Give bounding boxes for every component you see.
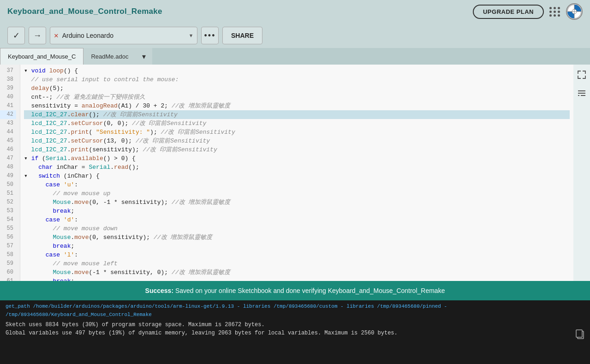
ellipsis-icon: •••: [204, 31, 216, 41]
code-line-37: ▾ void loop() {: [24, 66, 570, 75]
tab-dropdown-button[interactable]: ▾: [136, 48, 152, 65]
code-line-53: break;: [24, 207, 570, 215]
code-line-43: lcd_I2C_27.setCursor(0, 0); //改 印當前Sensi…: [24, 119, 570, 128]
upload-button[interactable]: →: [29, 27, 46, 44]
header: Keyboard_and_Mouse_Control_Remake UPGRAD…: [0, 0, 590, 23]
line-number-47: 47: [0, 154, 16, 163]
line-number-59: 59: [0, 259, 16, 268]
line-number-58: 58: [0, 251, 16, 259]
code-line-46: lcd_I2C_27.print(sensitivity); //改 印當前Se…: [24, 145, 570, 154]
board-chevron-icon: ▾: [189, 31, 193, 40]
line-number-38: 38: [0, 75, 16, 84]
line-number-37: 37: [0, 66, 16, 75]
code-line-38: // use serial input to control the mouse…: [24, 75, 570, 84]
check-icon: ✓: [13, 30, 20, 41]
code-line-59: // move mouse left: [24, 259, 570, 268]
success-message: Saved on your online Sketchbook and done…: [173, 287, 445, 294]
line-numbers: 37 38 39 40 41 42 43 44 45 46 47 48 49 5…: [0, 65, 20, 281]
expand-icon[interactable]: [575, 68, 588, 81]
line-number-61: 61: [0, 277, 16, 281]
console-global-line: Global variables use 497 bytes (19%) of …: [6, 329, 584, 337]
apps-grid-icon[interactable]: [549, 7, 560, 17]
line-number-49: 49: [0, 172, 16, 180]
console-output: get_path /home/builder/arduinos/packages…: [0, 300, 590, 364]
toolbar: ✓ → ✕ Arduino Leonardo ▾ ••• SHARE: [0, 23, 590, 48]
code-line-58: case 'l':: [24, 251, 570, 259]
line-number-55: 55: [0, 224, 16, 233]
arrow-right-icon: →: [33, 31, 42, 41]
code-line-61: break;: [24, 277, 570, 281]
list-icon[interactable]: [575, 87, 588, 100]
line-number-46: 46: [0, 145, 16, 154]
code-line-49: ▾ switch (inChar) {: [24, 172, 570, 180]
chevron-down-icon: ▾: [142, 52, 146, 61]
code-line-44: lcd_I2C_27.print( "Sensitivity: "); //改 …: [24, 128, 570, 137]
line-number-56: 56: [0, 233, 16, 242]
share-button[interactable]: SHARE: [222, 27, 262, 44]
board-close-icon: ✕: [54, 31, 59, 40]
user-avatar[interactable]: [566, 3, 583, 20]
code-editor: 37 38 39 40 41 42 43 44 45 46 47 48 49 5…: [0, 65, 590, 281]
success-prefix: Success:: [145, 287, 173, 294]
line-number-44: 44: [0, 128, 16, 137]
board-selector[interactable]: ✕ Arduino Leonardo ▾: [50, 27, 197, 44]
console-path-line2: /tmp/893465680/Keyboard_and_Mouse_Contro…: [6, 310, 584, 319]
code-line-40: cnt--; //改 避免左鍵按一下變得按很久: [24, 93, 570, 101]
line-number-60: 60: [0, 268, 16, 277]
code-line-41: sensitivity = analogRead(A1) / 30 + 2; /…: [24, 101, 570, 110]
line-number-50: 50: [0, 180, 16, 189]
code-line-48: char inChar = Serial.read();: [24, 163, 570, 172]
line-number-45: 45: [0, 137, 16, 145]
tabs-bar: Keyboard_and_Mouse_C ReadMe.adoc ▾: [0, 48, 590, 65]
tab-readme-label: ReadMe.adoc: [91, 53, 128, 60]
verify-button[interactable]: ✓: [7, 27, 25, 44]
bmw-logo-svg: [567, 4, 582, 19]
line-number-57: 57: [0, 242, 16, 251]
code-line-54: case 'd':: [24, 215, 570, 224]
tab-readme[interactable]: ReadMe.adoc: [83, 48, 136, 65]
code-line-42: lcd_I2C_27.clear(); //改 印當前Sensitivity: [24, 110, 570, 119]
code-line-51: // move mouse up: [24, 189, 570, 198]
code-line-52: Mouse.move(0, -1 * sensitivity); //改 增加滑…: [24, 198, 570, 207]
code-line-45: lcd_I2C_27.setCursor(13, 0); //改 印當前Sens…: [24, 137, 570, 145]
line-number-43: 43: [0, 119, 16, 128]
code-line-57: break;: [24, 242, 570, 251]
line-number-42: 42: [0, 110, 16, 119]
line-number-52: 52: [0, 198, 16, 207]
code-line-50: case 'u':: [24, 180, 570, 189]
code-line-60: Mouse.move(-1 * sensitivity, 0); //改 增加滑…: [24, 268, 570, 277]
tab-main-label: Keyboard_and_Mouse_C: [8, 53, 76, 60]
header-left: Keyboard_and_Mouse_Control_Remake: [7, 7, 162, 16]
code-line-39: delay(5);: [24, 84, 570, 93]
svg-rect-9: [576, 330, 582, 337]
app-title: Keyboard_and_Mouse_Control_Remake: [7, 7, 162, 16]
console-path-line: get_path /home/builder/arduinos/packages…: [6, 302, 584, 310]
line-number-40: 40: [0, 93, 16, 101]
success-notification: Success: Saved on your online Sketchbook…: [0, 281, 590, 300]
header-right: UPGRADE PLAN: [473, 3, 583, 20]
success-text: Success: Saved on your online Sketchbook…: [145, 287, 445, 294]
upgrade-button[interactable]: UPGRADE PLAN: [473, 5, 544, 19]
line-number-48: 48: [0, 163, 16, 172]
code-line-55: // move mouse down: [24, 224, 570, 233]
board-name-label: Arduino Leonardo: [62, 32, 185, 39]
console-sketch-line: Sketch uses 8834 bytes (30%) of program …: [6, 321, 584, 329]
code-line-47: ▾ if (Serial.available() > 0) {: [24, 154, 570, 163]
line-number-41: 41: [0, 101, 16, 110]
line-number-51: 51: [0, 189, 16, 198]
more-options-button[interactable]: •••: [201, 27, 219, 44]
tab-main-sketch[interactable]: Keyboard_and_Mouse_C: [0, 48, 83, 65]
code-content[interactable]: ▾ void loop() { // use serial input to c…: [20, 65, 573, 281]
line-number-54: 54: [0, 215, 16, 224]
copy-console-button[interactable]: [575, 329, 584, 341]
code-line-56: Mouse.move(0, sensitivity); //改 增加滑鼠靈敏度: [24, 233, 570, 242]
line-number-39: 39: [0, 84, 16, 93]
line-number-53: 53: [0, 207, 16, 215]
editor-right-panel: [573, 65, 590, 281]
